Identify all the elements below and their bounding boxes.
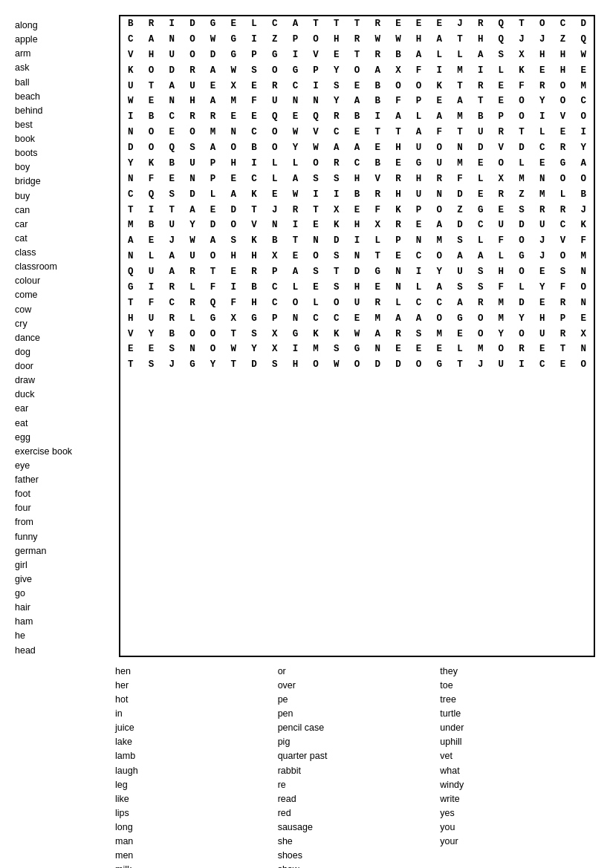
word-item: cow	[15, 303, 111, 316]
grid-cell: C	[347, 156, 368, 172]
grid-cell: T	[223, 327, 244, 342]
grid-cell: R	[265, 79, 285, 94]
grid-cell: V	[244, 218, 265, 233]
grid-cell: X	[491, 172, 512, 187]
grid-cell: K	[244, 187, 265, 203]
grid-cell: X	[265, 327, 285, 342]
word-item: hen	[115, 665, 270, 678]
grid-cell: Y	[120, 156, 141, 172]
grid-cell: I	[470, 63, 491, 79]
grid-cell: D	[244, 357, 265, 373]
grid-cell: D	[450, 187, 470, 203]
grid-cell: O	[182, 327, 203, 342]
grid-cell: R	[326, 109, 347, 125]
word-item: leg	[115, 778, 270, 792]
grid-cell: C	[326, 311, 347, 327]
grid-cell: U	[182, 249, 203, 264]
grid-cell: C	[161, 296, 182, 311]
grid-cell: F	[223, 296, 244, 311]
grid-cell: S	[470, 264, 491, 280]
grid-cell: Q	[491, 16, 512, 32]
grid-cell: N	[388, 280, 409, 296]
grid-cell: T	[305, 16, 326, 32]
grid-cell: F	[429, 125, 450, 140]
grid-cell: H	[347, 280, 368, 296]
top-section: alongapplearmaskballbeachbehindbestbookb…	[15, 15, 595, 657]
word-item: german	[15, 544, 111, 558]
grid-cell: L	[265, 156, 285, 172]
grid-cell: M	[573, 79, 594, 94]
grid-cell: A	[573, 156, 594, 172]
grid-cell: E	[470, 156, 491, 172]
word-item: uphill	[440, 735, 595, 748]
word-item: like	[115, 792, 270, 806]
grid-cell: Y	[532, 280, 553, 296]
grid-cell: H	[326, 32, 347, 48]
grid-cell: Q	[120, 264, 141, 280]
grid-cell: B	[244, 280, 265, 296]
grid-cell: V	[491, 140, 512, 156]
grid-cell: X	[223, 311, 244, 327]
word-item: write	[440, 792, 595, 806]
grid-cell: W	[203, 32, 224, 48]
grid-cell: P	[409, 94, 429, 109]
grid-cell: O	[532, 16, 553, 32]
grid-cell: T	[285, 233, 306, 249]
word-item: colour	[15, 274, 111, 287]
grid-cell: X	[573, 327, 594, 342]
word-item: go	[15, 587, 111, 600]
grid-cell: W	[285, 125, 306, 140]
grid-cell: W	[120, 94, 141, 109]
grid-cell: H	[409, 172, 429, 187]
grid-cell: T	[120, 296, 141, 311]
word-item: hot	[115, 693, 270, 706]
grid-cell: L	[429, 48, 450, 63]
grid-cell: Q	[203, 296, 224, 311]
grid-cell: W	[223, 342, 244, 357]
grid-cell: O	[573, 109, 594, 125]
grid-cell: M	[203, 125, 224, 140]
grid-cell: A	[429, 218, 450, 233]
grid-cell: U	[182, 79, 203, 94]
grid-cell: C	[553, 16, 574, 32]
grid-cell: U	[161, 218, 182, 233]
grid-cell: F	[367, 203, 388, 218]
grid-cell: E	[244, 109, 265, 125]
grid-cell: S	[265, 357, 285, 373]
grid-cell: A	[120, 233, 141, 249]
grid-cell: E	[491, 203, 512, 218]
word-item: funny	[15, 530, 111, 544]
grid-cell: A	[182, 203, 203, 218]
grid-cell: G	[244, 311, 265, 327]
word-item: lake	[115, 735, 270, 748]
grid-cell: O	[511, 233, 532, 249]
grid-cell: N	[305, 94, 326, 109]
grid-cell: H	[223, 156, 244, 172]
grid-cell: Y	[182, 218, 203, 233]
grid-cell: A	[161, 264, 182, 280]
grid-cell: F	[573, 233, 594, 249]
grid-cell: A	[367, 327, 388, 342]
grid-cell: J	[532, 249, 553, 264]
grid-cell: G	[511, 249, 532, 264]
grid-cell: M	[223, 94, 244, 109]
grid-cell: O	[573, 172, 594, 187]
grid-cell: M	[450, 63, 470, 79]
grid-cell: W	[223, 63, 244, 79]
grid-cell: W	[326, 357, 347, 373]
grid-cell: N	[182, 172, 203, 187]
grid-cell: O	[470, 327, 491, 342]
word-item: ball	[15, 76, 111, 89]
grid-cell: H	[491, 264, 512, 280]
grid-cell: T	[326, 264, 347, 280]
word-item: exercise book	[15, 445, 111, 458]
grid-cell: N	[161, 94, 182, 109]
grid-cell: R	[367, 187, 388, 203]
grid-cell: M	[429, 233, 450, 249]
grid-cell: A	[429, 280, 450, 296]
grid-cell: A	[347, 94, 368, 109]
grid-cell: F	[511, 79, 532, 94]
grid-cell: S	[223, 233, 244, 249]
grid-cell: C	[265, 296, 285, 311]
grid-cell: N	[573, 342, 594, 357]
